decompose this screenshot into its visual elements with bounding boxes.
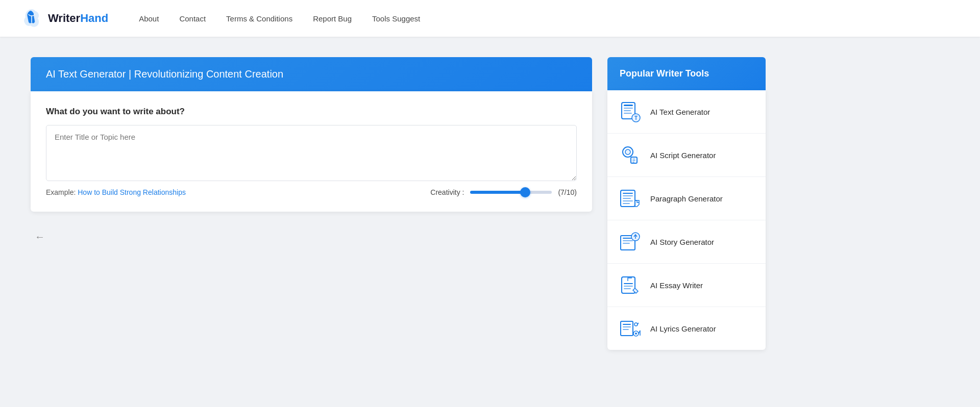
form-card: What do you want to write about? Example… [31,91,592,212]
example-link[interactable]: How to Build Strong Relationships [78,188,186,196]
nav-about[interactable]: About [139,14,159,23]
main-layout: AI Text Generator | Revolutionizing Cont… [0,37,980,370]
svg-rect-34 [623,329,629,330]
nav-terms[interactable]: Terms & Conditions [226,14,292,23]
nav-contact[interactable]: Contact [179,14,206,23]
lyrics-generator-icon [618,316,642,341]
creativity-value: (7/10) [558,188,577,196]
svg-rect-16 [623,195,633,196]
paragraph-generator-icon [618,186,642,211]
svg-rect-12 [632,160,635,161]
sidebar-item-lyrics-generator[interactable]: AI Lyrics Generator [607,307,766,350]
svg-rect-5 [624,113,632,114]
content-area: AI Text Generator | Revolutionizing Cont… [31,57,592,350]
page-title-bar: AI Text Generator | Revolutionizing Cont… [31,57,592,91]
svg-rect-18 [623,200,633,201]
svg-rect-27 [622,277,635,293]
creativity-slider[interactable] [470,191,552,194]
script-generator-icon [618,143,642,167]
back-area: ← [31,227,592,247]
svg-rect-23 [623,240,633,241]
svg-rect-17 [623,198,631,199]
header: WriterHand About Contact Terms & Conditi… [0,0,980,37]
svg-rect-13 [632,162,634,163]
text-generator-icon: T [618,99,642,124]
form-question: What do you want to write about? [46,107,577,117]
svg-rect-3 [624,108,633,109]
sidebar-item-story-generator[interactable]: AI Story Generator [607,220,766,264]
tool-name-essay: AI Essay Writer [650,281,703,290]
essay-writer-icon [618,273,642,297]
tool-name-text: AI Text Generator [650,108,710,116]
svg-line-40 [638,323,639,324]
tool-name-paragraph: Paragraph Generator [650,194,723,203]
nav-report-bug[interactable]: Report Bug [313,14,352,23]
back-button[interactable]: ← [31,227,49,247]
sidebar-item-script-generator[interactable]: AI Script Generator [607,134,766,177]
main-nav: About Contact Terms & Conditions Report … [139,14,420,23]
example-text: Example: How to Build Strong Relationshi… [46,188,186,196]
svg-rect-28 [624,283,633,284]
sidebar-item-text-generator[interactable]: T AI Text Generator [607,90,766,134]
sidebar-item-paragraph-generator[interactable]: Paragraph Generator [607,177,766,220]
logo-icon [20,7,43,30]
svg-point-36 [635,333,637,335]
topic-input[interactable] [46,125,577,181]
tool-name-script: AI Script Generator [650,151,716,160]
svg-rect-29 [624,286,633,287]
logo-link[interactable]: WriterHand [20,7,108,30]
sidebar-header: Popular Writer Tools [607,57,766,90]
svg-point-9 [625,149,630,155]
svg-rect-30 [624,288,631,289]
svg-rect-15 [623,193,633,194]
svg-rect-32 [623,324,631,325]
tool-name-story: AI Story Generator [650,238,714,246]
svg-rect-31 [621,321,633,336]
logo-text: WriterHand [48,12,108,25]
form-footer: Example: How to Build Strong Relationshi… [46,188,577,196]
svg-text:T: T [634,115,638,121]
svg-rect-2 [624,105,633,106]
svg-point-39 [634,323,638,326]
svg-rect-4 [624,110,631,111]
story-generator-icon [618,230,642,254]
page-title: AI Text Generator | Revolutionizing Cont… [46,68,283,80]
creativity-label: Creativity : [430,188,464,196]
svg-rect-11 [632,159,635,160]
svg-rect-19 [623,203,630,204]
svg-rect-33 [623,326,631,327]
tool-name-lyrics: AI Lyrics Generator [650,324,716,333]
nav-tools-suggest[interactable]: Tools Suggest [372,14,420,23]
sidebar: Popular Writer Tools T AI Text Generator [607,57,766,350]
creativity-area: Creativity : (7/10) [430,188,577,196]
sidebar-item-essay-writer[interactable]: AI Essay Writer [607,264,766,307]
sidebar-items: T AI Text Generator AI Script Generator [607,90,766,350]
svg-rect-24 [623,243,630,244]
